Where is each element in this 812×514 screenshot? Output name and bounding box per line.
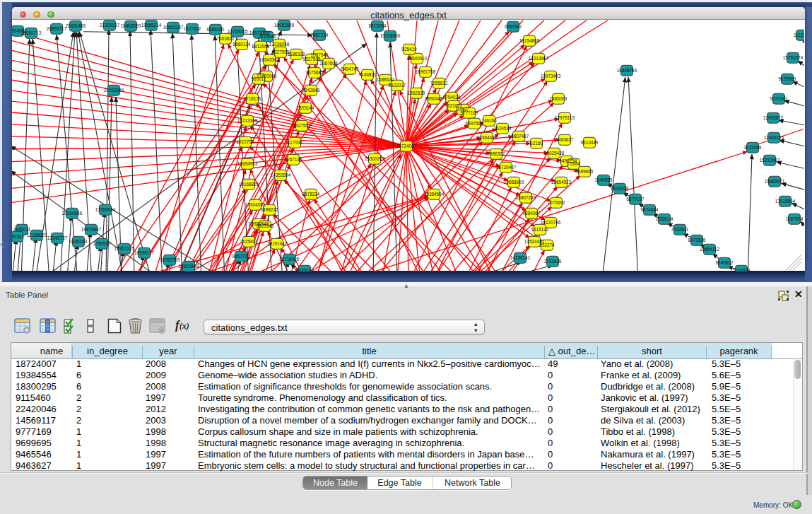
svg-text:6879197: 6879197 [627, 196, 645, 201]
svg-text:989011: 989011 [252, 76, 266, 81]
svg-text:417006: 417006 [287, 139, 302, 144]
svg-text:9527505: 9527505 [303, 56, 321, 61]
svg-text:15720407: 15720407 [496, 164, 517, 169]
svg-text:12923448: 12923448 [179, 263, 199, 268]
svg-text:12975115: 12975115 [555, 115, 575, 119]
svg-text:10973493: 10973493 [541, 73, 561, 78]
svg-text:6966160: 6966160 [207, 26, 225, 31]
svg-text:18654923: 18654923 [551, 179, 572, 184]
svg-text:2803144: 2803144 [297, 105, 314, 110]
svg-text:16782759: 16782759 [160, 257, 180, 262]
svg-text:9384067: 9384067 [523, 210, 541, 215]
svg-text:18463059: 18463059 [121, 23, 141, 28]
svg-text:7357234: 7357234 [311, 32, 329, 37]
svg-text:391512: 391512 [12, 233, 25, 238]
svg-text:7663822: 7663822 [217, 35, 235, 40]
svg-text:8990448: 8990448 [425, 95, 443, 100]
svg-text:10654112: 10654112 [700, 246, 719, 251]
svg-text:19166825: 19166825 [239, 181, 259, 186]
svg-text:20206556: 20206556 [62, 210, 83, 215]
svg-text:9245612: 9245612 [716, 259, 734, 264]
svg-text:10807487: 10807487 [509, 133, 529, 138]
svg-text:10653287: 10653287 [163, 24, 184, 29]
svg-text:8471626: 8471626 [688, 237, 706, 242]
svg-text:10025438: 10025438 [544, 150, 565, 155]
svg-text:16543362: 16543362 [259, 57, 280, 62]
svg-text:8186328: 8186328 [288, 51, 305, 56]
svg-text:19975887: 19975887 [81, 226, 102, 231]
svg-text:13226058: 13226058 [269, 41, 290, 46]
svg-text:20053346: 20053346 [104, 87, 124, 92]
svg-text:17957225: 17957225 [114, 245, 135, 250]
svg-text:1588520: 1588520 [377, 76, 394, 81]
svg-text:7515546: 7515546 [259, 33, 276, 38]
svg-text:12156829: 12156829 [27, 232, 47, 237]
svg-text:12942737: 12942737 [47, 235, 68, 240]
svg-text:7224503: 7224503 [733, 267, 751, 271]
svg-text:252274: 252274 [539, 242, 555, 247]
svg-text:16154808: 16154808 [519, 37, 540, 42]
svg-text:925419: 925419 [401, 46, 417, 51]
svg-text:9513449: 9513449 [581, 139, 599, 144]
svg-text:15716485: 15716485 [279, 256, 300, 261]
svg-text:3675685: 3675685 [306, 69, 324, 74]
svg-text:8660124: 8660124 [233, 41, 251, 46]
svg-text:3498222: 3498222 [261, 206, 278, 211]
svg-text:9146821: 9146821 [359, 71, 377, 76]
svg-text:18807249: 18807249 [516, 194, 536, 199]
svg-text:1290515: 1290515 [93, 240, 111, 245]
svg-text:8427552: 8427552 [293, 122, 311, 127]
svg-text:20364436: 20364436 [477, 134, 498, 139]
svg-text:1362615: 1362615 [408, 90, 425, 95]
svg-text:12213967: 12213967 [529, 55, 549, 60]
svg-text:2718176: 2718176 [244, 95, 261, 100]
svg-text:1910753: 1910753 [237, 139, 254, 144]
svg-text:18055713: 18055713 [21, 30, 42, 35]
svg-text:3267130: 3267130 [285, 156, 302, 161]
svg-text:19654953: 19654953 [237, 160, 258, 165]
svg-text:14136141: 14136141 [510, 255, 531, 259]
svg-text:15751074: 15751074 [783, 54, 804, 59]
svg-text:16053809: 16053809 [274, 22, 295, 27]
svg-text:8938928: 8938928 [611, 185, 629, 190]
svg-text:9777169: 9777169 [461, 110, 478, 115]
svg-text:16961758: 16961758 [416, 69, 436, 74]
svg-text:7625402: 7625402 [240, 238, 258, 243]
svg-text:1527602: 1527602 [184, 25, 201, 30]
svg-text:8878334: 8878334 [302, 191, 320, 196]
svg-text:12093872: 12093872 [763, 115, 784, 119]
svg-text:15640910: 15640910 [407, 55, 428, 60]
svg-text:1640955: 1640955 [595, 177, 613, 182]
svg-text:8912954: 8912954 [252, 43, 270, 48]
svg-text:9457771: 9457771 [233, 253, 250, 258]
svg-text:15692971: 15692971 [765, 178, 785, 183]
svg-text:1167534: 1167534 [786, 216, 804, 221]
svg-text:7986322: 7986322 [488, 151, 505, 156]
svg-text:9474444: 9474444 [641, 206, 659, 211]
svg-text:19191447: 19191447 [267, 240, 288, 245]
svg-text:19384554: 19384554 [424, 191, 445, 196]
svg-text:9242848: 9242848 [302, 87, 320, 92]
svg-text:16648784: 16648784 [617, 67, 637, 72]
svg-text:16210643: 16210643 [760, 157, 780, 162]
svg-text:16120746: 16120746 [541, 219, 561, 224]
svg-text:18724007: 18724007 [396, 143, 417, 148]
svg-text:9635021: 9635021 [296, 267, 314, 271]
svg-text:1615132: 1615132 [531, 226, 549, 231]
svg-text:9227341: 9227341 [770, 95, 788, 100]
svg-text:14353594: 14353594 [271, 172, 291, 177]
svg-text:7955812: 7955812 [430, 80, 448, 85]
svg-text:10719155: 10719155 [228, 28, 248, 33]
svg-text:12213369: 12213369 [237, 117, 258, 122]
svg-text:2487682: 2487682 [505, 23, 522, 28]
svg-text:2367608: 2367608 [320, 60, 338, 65]
svg-text:75984: 75984 [567, 160, 580, 165]
svg-text:10218506: 10218506 [380, 33, 401, 37]
svg-text:25300263: 25300263 [365, 156, 385, 160]
svg-text:10688609: 10688609 [504, 179, 524, 184]
svg-text:8454749: 8454749 [341, 66, 359, 71]
svg-text:8813054: 8813054 [369, 23, 387, 28]
svg-text:3950011: 3950011 [13, 226, 31, 231]
svg-text:7075692: 7075692 [548, 199, 565, 204]
svg-text:7632621: 7632621 [671, 226, 689, 231]
